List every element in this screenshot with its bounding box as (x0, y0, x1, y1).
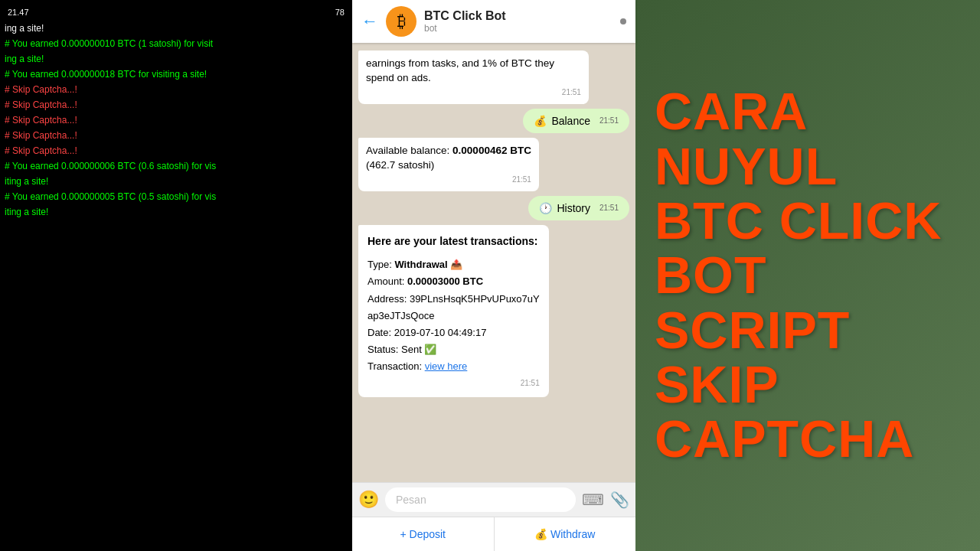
overlay-text-line: CARA (655, 84, 961, 139)
chat-info: BTC Click Bot bot (424, 9, 612, 34)
message-text: earnings from tasks, and 1% of BTC they … (366, 57, 554, 83)
terminal-line: ing a site! (5, 52, 348, 66)
chat-input-area: 🙂 Pesan ⌨ 📎 (352, 482, 635, 517)
terminal-time: 21.47 (8, 8, 29, 17)
message-text: Available balance: 0.00000462 BTC(462.7 … (366, 145, 531, 171)
transaction-time: 21:51 (368, 377, 540, 390)
back-button[interactable]: ← (361, 11, 378, 31)
overlay-text-line: SCRIPT (655, 303, 961, 357)
transaction-link[interactable]: Transaction: view here (368, 358, 540, 375)
overlay-text-line: SKIP (655, 357, 961, 412)
balance-button-message: 💰 Balance 21:51 (523, 109, 629, 133)
action-buttons: + Deposit 💰 Withdraw (352, 517, 635, 551)
terminal-line: iting a site! (5, 174, 348, 188)
history-time: 21:51 (599, 204, 619, 212)
message-earnings: earnings from tasks, and 1% of BTC they … (358, 51, 589, 104)
bot-name: BTC Click Bot (424, 9, 612, 23)
transaction-type: Type: Withdrawal 📤 (368, 256, 540, 273)
emoji-button[interactable]: 🙂 (358, 490, 379, 510)
overlay-text-line: CAPTCHA (655, 412, 961, 466)
history-label: History (557, 202, 590, 214)
transaction-message: Here are your latest transactions: Type:… (358, 225, 549, 397)
terminal-line: # You earned 0.000000005 BTC (0.5 satosh… (5, 190, 348, 204)
transaction-date: Date: 2019-07-10 04:49:17 (368, 324, 540, 341)
message-input[interactable]: Pesan (385, 487, 576, 512)
withdraw-button[interactable]: 💰 Withdraw (495, 517, 636, 551)
deposit-button[interactable]: + Deposit (352, 517, 495, 551)
input-placeholder: Pesan (396, 494, 426, 506)
terminal-line: # Skip Captcha...! (5, 83, 348, 96)
message-time: 21:51 (366, 87, 581, 98)
balance-emoji: 💰 (534, 115, 547, 127)
header-dot (620, 18, 626, 24)
terminal-line: iting a site! (5, 205, 348, 219)
attach-button[interactable]: 📎 (610, 491, 629, 509)
terminal-line: # Skip Captcha...! (5, 98, 348, 112)
terminal-line: # Skip Captcha...! (5, 129, 348, 142)
overlay-text-line: BTC CLICK (655, 194, 961, 248)
history-emoji: 🕐 (539, 202, 552, 214)
terminal-line: # Skip Captcha...! (5, 113, 348, 127)
transaction-status: Status: Sent ✅ (368, 341, 540, 358)
overlay-text-line: BOT (655, 248, 961, 302)
balance-label: Balance (551, 115, 590, 127)
bot-subtitle: bot (424, 23, 612, 34)
chat-panel: ← ₿ BTC Click Bot bot earnings from task… (352, 0, 635, 551)
transaction-address: Address: 39PLnsHsqK5HPvUPuxo7uYap3eJTJsQ… (368, 291, 540, 324)
terminal-line: # You earned 0.000000010 BTC (1 satoshi)… (5, 37, 348, 51)
terminal-output: ing a site!# You earned 0.000000010 BTC … (5, 21, 348, 219)
overlay-text-line: NUYUL (655, 139, 961, 194)
balance-time: 21:51 (599, 116, 619, 125)
message-balance: Available balance: 0.00000462 BTC(462.7 … (358, 138, 539, 191)
keyboard-button[interactable]: ⌨ (582, 491, 604, 509)
terminal-line: # You earned 0.000000006 BTC (0.6 satosh… (5, 159, 348, 173)
terminal-line: ing a site! (5, 21, 348, 35)
chat-header: ← ₿ BTC Click Bot bot (352, 0, 635, 43)
terminal-line: # You earned 0.000000018 BTC for visitin… (5, 67, 348, 81)
terminal-battery: 78 (335, 8, 345, 17)
terminal-status-bar: 21.47 78 (5, 6, 348, 18)
transaction-amount: Amount: 0.00003000 BTC (368, 273, 540, 290)
history-button-message: 🕐 History 21:51 (528, 196, 629, 220)
message-time: 21:51 (366, 174, 531, 185)
overlay-panel: CARANUYULBTC CLICKBOTSCRIPTSKIPCAPTCHA (635, 0, 980, 551)
transaction-title: Here are your latest transactions: (368, 233, 540, 251)
terminal-line: # Skip Captcha...! (5, 144, 348, 158)
chat-messages: earnings from tasks, and 1% of BTC they … (352, 43, 635, 482)
bot-avatar: ₿ (386, 6, 416, 37)
view-here-link[interactable]: view here (425, 360, 468, 372)
terminal-panel: 21.47 78 ing a site!# You earned 0.00000… (0, 0, 352, 551)
